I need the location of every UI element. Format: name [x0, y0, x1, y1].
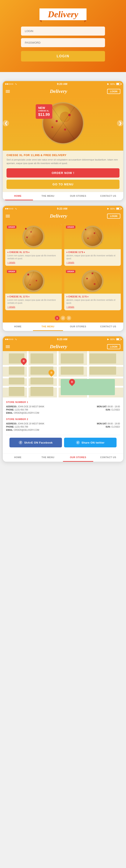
menu-item-img-2: ORDER — [64, 224, 121, 249]
wifi-icon-2: ∿ — [15, 207, 17, 210]
status-right: ▶ 66% — [107, 83, 121, 85]
header-login-button[interactable]: LOGIN — [107, 89, 120, 94]
store2-address: JOHN DOE 20 WEST BANK — [17, 423, 44, 425]
login-input[interactable] — [21, 27, 105, 36]
next-arrow[interactable]: ❯ — [117, 120, 123, 126]
location-icon-2: ▶ — [107, 207, 109, 210]
order-badge-4[interactable]: ORDER — [66, 270, 75, 273]
status-left-3: ∿ — [5, 338, 17, 341]
menu-item-link-1[interactable]: + details — [7, 261, 60, 264]
plate-2 — [81, 225, 103, 248]
menu-item-name-4: ♦ CHEESE XL 11°$ ♦ — [67, 295, 119, 298]
menu-item-info-3: ♦ CHEESE XL 11°$ ♦ Lorem rem quiam, eaqu… — [5, 293, 62, 308]
menu-item-2: ORDER ♦ CHEESE 11°$ ♦ abctem, eaque ipsa… — [64, 224, 121, 266]
bottom-nav-3: HOME THE MENU OUR STORES CONTACT US — [3, 453, 123, 462]
order-now-button[interactable]: ORDER NOW ! — [6, 168, 120, 178]
twitter-label: Share ON twitter — [81, 441, 104, 444]
order-badge-1[interactable]: ORDER — [7, 225, 16, 228]
menu-item-name-2: ♦ CHEESE 11°$ ♦ — [67, 251, 119, 253]
nav3-home[interactable]: HOME — [3, 454, 33, 462]
store2-title: STORE NUMBER 2 — [6, 418, 120, 421]
pagination: 1 2 3 — [3, 314, 123, 322]
menu-item-link-3[interactable]: + details — [7, 306, 60, 308]
header-login-button-2[interactable]: LOGIN — [107, 214, 120, 219]
app-logo: Delivery — [50, 89, 67, 94]
pizza-hero-wrap: NEW CHEESE XL $11.99 — [36, 102, 90, 144]
price-label: $11.99 — [38, 112, 50, 117]
page-2[interactable]: 2 — [61, 316, 65, 320]
phone-frame-stores: ∿ 9:23 AM ▶ 66% Delivery LOGIN — [2, 336, 124, 462]
app-header-2: Delivery LOGIN — [3, 212, 123, 220]
nav3-contact[interactable]: CONTACT US — [93, 454, 124, 462]
menu-item-desc-3: Lorem rem quiam, eaque ipsa quae ab illo… — [7, 299, 60, 305]
page-1[interactable]: 1 — [55, 316, 59, 320]
hamburger-3[interactable] — [6, 345, 10, 348]
menu-item-img-4: ORDER — [64, 268, 121, 293]
order-badge-3[interactable]: ORDER — [7, 270, 16, 273]
battery-fill — [117, 83, 119, 85]
nav3-stores[interactable]: OUR STORES — [63, 454, 93, 462]
phone-frame-hero: ∿ 9:23 AM ▶ 66% Delivery LOGIN ❮ NEW CHE… — [2, 81, 124, 201]
store1-phone: (123) 456-789 — [15, 409, 28, 411]
store2-email-row: EMAIL: ORDER@DELIVERY.COM — [6, 428, 62, 432]
header-login-button-3[interactable]: LOGIN — [107, 344, 120, 349]
nav2-contact[interactable]: CONTACT US — [93, 323, 124, 331]
battery-3 — [116, 338, 121, 340]
password-input[interactable] — [21, 38, 105, 47]
social-share: f ShArE ON Facebook 𝕣 Share ON twitter — [6, 435, 120, 450]
nav2-home[interactable]: HOME — [3, 323, 33, 331]
wifi-icon-3: ∿ — [15, 338, 17, 341]
store1-title: STORE NUMBER 1 — [6, 401, 120, 403]
page-3[interactable]: 3 — [67, 316, 71, 320]
nav3-menu[interactable]: THE MENU — [33, 454, 63, 462]
login-button[interactable]: LOGIN — [21, 51, 105, 62]
hero-section: ❮ NEW CHEESE XL $11.99 — [3, 96, 123, 151]
battery-icon — [116, 83, 121, 85]
menu-item-3: ORDER ♦ CHEESE XL 11°$ ♦ Lorem rem quiam… — [5, 268, 62, 310]
status-bar: ∿ 9:23 AM ▶ 66% — [3, 81, 123, 87]
status-left: ∿ — [5, 83, 17, 86]
hamburger-2[interactable] — [6, 215, 10, 217]
nav-menu[interactable]: THE MENU — [33, 192, 63, 200]
nav-contact[interactable]: CONTACT US — [93, 192, 124, 200]
nav-stores[interactable]: OUR STORES — [63, 192, 93, 200]
store1-address-row: ADDRESS: JOHN DOE 20 WEST BANK — [6, 405, 62, 408]
plate-1 — [23, 225, 44, 248]
menu-item-link-4[interactable]: + details — [67, 306, 119, 308]
dot3 — [9, 84, 10, 85]
pizza-4 — [83, 272, 102, 290]
store1-address-label: ADDRESS: — [6, 405, 17, 408]
nav-home[interactable]: HOME — [3, 192, 33, 200]
status-time-2: 9:23 AM — [57, 207, 67, 210]
pizza-3 — [24, 272, 43, 290]
prev-arrow[interactable]: ❮ — [3, 120, 9, 126]
hero-desc: Sed ut perspiciatis unde omni iste natus… — [6, 158, 120, 165]
facebook-icon: f — [19, 441, 23, 444]
store2-email: ORDER@DELIVERY.COM — [14, 429, 39, 431]
facebook-button[interactable]: f ShArE ON Facebook — [9, 438, 62, 447]
location-icon-3: ▶ — [107, 338, 109, 341]
store1-address: JOHN DOE 20 WEST BANK — [17, 405, 44, 408]
nav2-menu[interactable]: THE MENU — [33, 323, 63, 331]
store2-hours: MON-SAT: 09:00 - 19:00 SUN: CLOSED — [64, 422, 120, 432]
new-badge: NEW CHEESE XL $11.99 — [36, 104, 52, 119]
battery-2 — [116, 208, 121, 210]
location-icon: ▶ — [107, 83, 109, 85]
nav2-stores[interactable]: OUR STORES — [63, 323, 93, 331]
dot1 — [5, 84, 6, 85]
status-right-2: ▶ 66% — [107, 207, 121, 210]
menu-item-name-1: ♦ CHEESE XL 11°$ ♦ — [7, 251, 60, 253]
store1-details: ADDRESS: JOHN DOE 20 WEST BANK PHONE: (1… — [6, 405, 120, 414]
store1-email-row: EMAIL: ORDER@DELIVERY.COM — [6, 411, 62, 414]
new-label: NEW — [38, 106, 50, 110]
store1-email: ORDER@DELIVERY.COM — [14, 412, 39, 414]
hamburger-menu[interactable] — [6, 90, 10, 93]
menu-item-img-1: ORDER — [5, 224, 62, 249]
menu-item-link-2[interactable]: + details — [67, 261, 119, 264]
twitter-button[interactable]: 𝕣 Share ON twitter — [64, 438, 117, 447]
stores-info: STORE NUMBER 1 ADDRESS: JOHN DOE 20 WEST… — [3, 398, 123, 453]
store2-details: ADDRESS: JOHN DOE 20 WEST BANK PHONE: (1… — [6, 422, 120, 432]
order-badge-2[interactable]: ORDER — [66, 225, 75, 228]
go-to-menu-button[interactable]: GO TO MENU — [6, 180, 120, 189]
menu-item-info-1: ♦ CHEESE XL 11°$ ♦ Lorem rem quiam, eaqu… — [5, 249, 62, 264]
